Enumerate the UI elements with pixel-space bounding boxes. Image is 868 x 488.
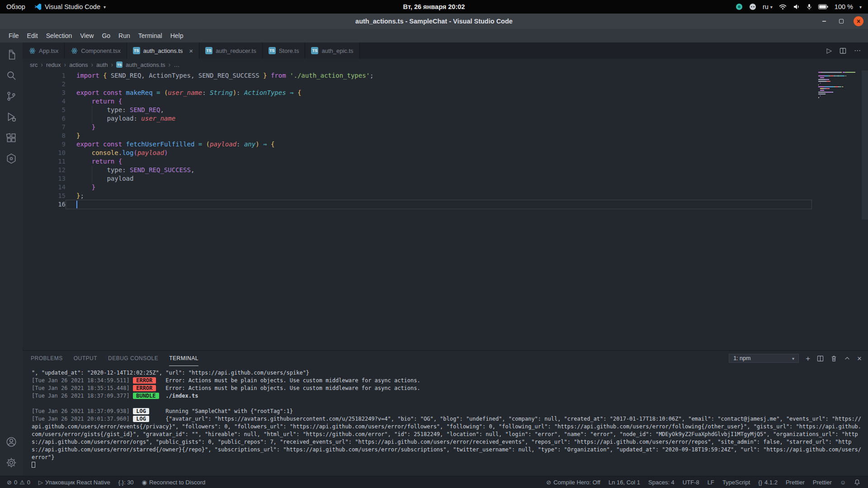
code-token: log (122, 149, 133, 156)
settings-gear-icon[interactable] (0, 452, 23, 473)
prettier-status-2[interactable]: Prettier (809, 476, 836, 488)
code-token (76, 158, 92, 165)
menu-item-selection[interactable]: Selection (42, 31, 76, 41)
account-icon[interactable] (0, 432, 23, 452)
menu-item-go[interactable]: Go (98, 31, 114, 41)
kill-terminal-icon[interactable] (830, 355, 837, 362)
problems-status[interactable]: ⊘0⚠0 (3, 476, 34, 488)
code-token: ( (133, 149, 137, 156)
chevron-down-icon: ▾ (104, 5, 106, 9)
prettier-status[interactable]: Prettier (782, 476, 809, 488)
eol-status[interactable]: LF (703, 476, 718, 488)
discord-status[interactable]: ◉Reconnect to Discord (138, 476, 210, 488)
panel-tab-problems[interactable]: PROBLEMS (31, 351, 63, 366)
scrollbar-thumb[interactable] (862, 70, 868, 220)
keyboard-layout-indicator[interactable]: ru ▾ (763, 3, 773, 10)
menu-item-run[interactable]: Run (114, 31, 134, 41)
breadcrumb-item[interactable]: actions (69, 61, 88, 68)
tab-auth_reducer.ts[interactable]: TSauth_reducer.ts (199, 42, 263, 59)
breadcrumb-file[interactable]: auth_actions.ts (126, 61, 165, 68)
volume-icon[interactable] (793, 4, 800, 10)
tab-Component.tsx[interactable]: Component.tsx (65, 42, 127, 59)
terminal-text: [Tue Jan 26 2021 18:34:59.511] (32, 377, 133, 384)
status-label: Spaces: 4 (648, 479, 675, 486)
typescript-file-icon: TS (269, 47, 276, 54)
panel-tab-output[interactable]: OUTPUT (74, 351, 97, 366)
minimap-token (825, 86, 833, 87)
close-button[interactable]: × (854, 16, 863, 26)
code-token: = (194, 141, 206, 148)
indentation-status[interactable]: Spaces: 4 (644, 476, 679, 488)
extensions-icon[interactable] (0, 127, 23, 148)
maximize-button[interactable] (836, 16, 846, 26)
hexagon-extension-icon[interactable] (0, 148, 23, 169)
menu-item-help[interactable]: Help (166, 31, 188, 41)
explorer-icon[interactable] (0, 44, 23, 65)
minimap-line (818, 94, 860, 94)
search-icon[interactable] (0, 65, 23, 86)
wifi-icon[interactable] (779, 4, 787, 10)
line-number: 11 (23, 157, 66, 166)
window-controls: – × (819, 14, 863, 29)
system-menu-chevron-icon[interactable]: ▾ (859, 5, 862, 9)
split-terminal-icon[interactable] (817, 355, 824, 362)
breadcrumb-item[interactable]: redux (46, 61, 61, 68)
terminal-text: BUNDLE (133, 393, 159, 399)
react-native-packager-status[interactable]: ▷Упаковщик React Native (34, 476, 114, 488)
code-line: 10 console.log(payload) (23, 149, 868, 157)
breadcrumb-item[interactable]: src (30, 61, 38, 68)
flow-coverage-status[interactable]: {.}: 30 (114, 476, 138, 488)
maximize-panel-icon[interactable] (844, 355, 850, 361)
source-control-icon[interactable] (0, 86, 23, 107)
menu-item-terminal[interactable]: Terminal (134, 31, 166, 41)
minimize-button[interactable]: – (819, 16, 829, 26)
code-token: export (76, 141, 103, 148)
status-label: 0 (27, 479, 30, 486)
window-title-bar: auth_actions.ts - SampleChat - Visual St… (0, 14, 868, 29)
status-label: Ln 16, Col 1 (609, 479, 640, 486)
tab-auth_epic.ts[interactable]: TSauth_epic.ts (305, 42, 359, 59)
more-actions-icon[interactable]: ⋯ (854, 47, 861, 55)
react-file-icon (28, 47, 36, 54)
minimap-token (839, 75, 844, 76)
encoding-status[interactable]: UTF-8 (679, 476, 703, 488)
feedback-status[interactable]: ☺ (836, 476, 850, 488)
code-token (267, 141, 271, 148)
menu-item-edit[interactable]: Edit (23, 31, 42, 41)
terminal-select[interactable]: 1: npm ▾ (729, 354, 799, 363)
menu-item-view[interactable]: View (76, 31, 98, 41)
panel-tab-debug-console[interactable]: DEBUG CONSOLE (108, 351, 158, 366)
tab-App.tsx[interactable]: App.tsx (23, 42, 65, 59)
minimap-line (818, 84, 860, 85)
minimap[interactable] (818, 72, 860, 101)
breadcrumb-symbol[interactable]: … (174, 61, 179, 68)
tab-auth_actions.ts[interactable]: TSauth_actions.ts× (127, 42, 199, 59)
new-terminal-icon[interactable]: + (806, 355, 810, 362)
activities-button[interactable]: Обзор (6, 3, 25, 10)
tray-app-icon[interactable] (736, 3, 743, 10)
editor[interactable]: 1import { SEND_REQ, ActionTypes, SEND_RE… (23, 70, 868, 350)
menu-item-file[interactable]: File (5, 31, 23, 41)
run-debug-icon[interactable] (0, 107, 23, 127)
run-file-button[interactable]: ▷ (826, 47, 832, 55)
battery-icon[interactable] (818, 4, 828, 9)
language-mode-status[interactable]: TypeScript (718, 476, 754, 488)
typescript-version-status[interactable]: {}4.1.2 (754, 476, 782, 488)
panel-tab-terminal[interactable]: TERMINAL (169, 351, 198, 366)
terminal-output[interactable]: ", "updated_at": "2020-12-14T12:02:25Z",… (23, 366, 868, 469)
compile-hero-status[interactable]: ⊘Compile Hero: Off (542, 476, 604, 488)
notifications-status[interactable] (850, 476, 864, 488)
tab-Store.ts[interactable]: TSStore.ts (263, 42, 306, 59)
microphone-icon[interactable] (807, 4, 812, 10)
app-menu[interactable]: Visual Studio Code ▾ (34, 3, 106, 10)
breadcrumb-item[interactable]: auth (96, 61, 108, 68)
cursor-position-status[interactable]: Ln 16, Col 1 (604, 476, 644, 488)
close-tab-icon[interactable]: × (189, 47, 193, 55)
split-editor-icon[interactable] (840, 47, 846, 54)
discord-tray-icon[interactable] (749, 3, 756, 10)
editor-scrollbar[interactable] (862, 70, 868, 350)
close-panel-icon[interactable]: × (857, 355, 862, 362)
code-line: 5 type: SEND_REQ, (23, 106, 868, 114)
clock[interactable]: Вт, 26 января 20:02 (403, 3, 465, 10)
line-number: 10 (23, 149, 66, 157)
